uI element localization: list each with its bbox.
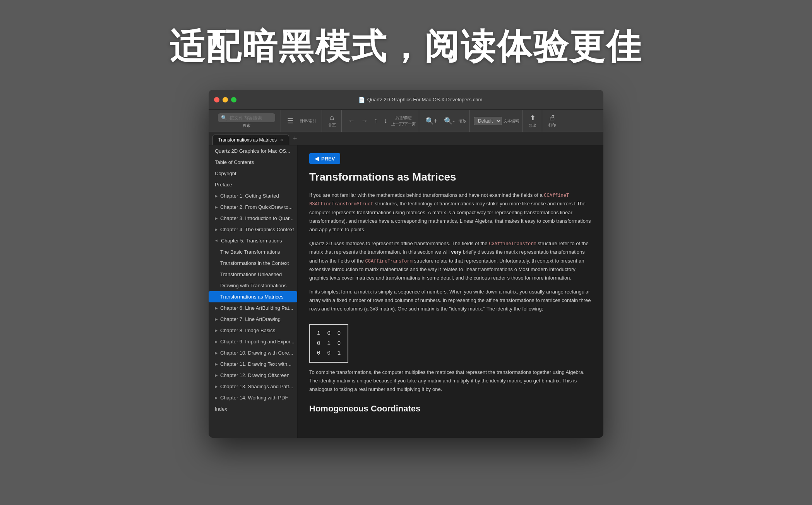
export-label: 导出 <box>529 123 536 128</box>
sidebar-item-ch5-matrices[interactable]: Transformations as Matrices <box>209 291 297 302</box>
back-button[interactable]: ← <box>346 115 357 126</box>
doc-para1: If you are not familiar with the mathema… <box>309 191 592 234</box>
doc-bold-very: very <box>451 249 461 255</box>
sidebar-item-ch6[interactable]: ▶ Chapter 6. Line ArtBuilding Pat... <box>209 302 297 314</box>
tab-label: Transformations as Matrices <box>218 137 277 143</box>
ch9-arrow: ▶ <box>215 340 218 344</box>
file-icon: 📄 <box>358 97 365 103</box>
sidebar-item-ch5-drawing[interactable]: Drawing with Transformations <box>209 280 297 291</box>
maximize-button[interactable] <box>231 97 236 102</box>
m10: 0 <box>317 339 320 348</box>
forward-button[interactable]: → <box>359 115 370 126</box>
minimize-button[interactable] <box>223 97 228 102</box>
traffic-lights <box>214 97 236 102</box>
toc-icon: ☰ <box>287 117 293 125</box>
sidebar-item-ch9[interactable]: ▶ Chapter 9. Importing and Expor... <box>209 336 297 347</box>
ch8-arrow: ▶ <box>215 328 218 333</box>
prev-button[interactable]: ◀ PREV <box>309 153 340 164</box>
main-content: Quartz 2D Graphics for Mac OS... Table o… <box>209 145 603 438</box>
hero-title: 适配暗黑模式，阅读体验更佳 <box>170 23 642 70</box>
app-window: 📄 Quartz.2D.Graphics.For.Mac.OS.X.Develo… <box>209 90 603 438</box>
print-group: 🖨 打印 <box>543 110 562 132</box>
sidebar-item-ch5[interactable]: ▼ Chapter 5. Transformations <box>209 235 297 246</box>
print-label: 打印 <box>548 123 556 128</box>
ch1-arrow: ▶ <box>215 194 218 198</box>
export-group: ⬆ 导出 <box>523 110 542 132</box>
down-button[interactable]: ↓ <box>382 115 390 126</box>
sidebar: Quartz 2D Graphics for Mac OS... Table o… <box>209 145 298 438</box>
search-group: 🔍 搜索 <box>212 110 281 132</box>
tab-close-icon[interactable]: ✕ <box>280 138 283 143</box>
sidebar-item-ch1[interactable]: ▶ Chapter 1. Getting Started <box>209 190 297 201</box>
hero-section: 适配暗黑模式，阅读体验更佳 <box>0 0 812 90</box>
zoom-in-button[interactable]: 🔍+ <box>423 115 440 127</box>
toc-group: ☰ 目录/索引 <box>282 110 322 132</box>
print-button[interactable]: 🖨 打印 <box>546 112 558 130</box>
zoom-group: 🔍+ 🔍- 缩放 <box>420 110 470 132</box>
sidebar-item-ch7[interactable]: ▶ Chapter 7. Line ArtDrawing <box>209 314 297 325</box>
updown-label: 上一页/下一页 <box>391 121 416 127</box>
doc-para4: To combine transformations, the computer… <box>309 368 592 394</box>
search-bar[interactable]: 🔍 <box>218 113 275 122</box>
search-toolbar-item[interactable]: 🔍 搜索 <box>216 112 278 130</box>
sidebar-item-preface[interactable]: Preface <box>209 179 297 190</box>
ch11-arrow: ▶ <box>215 362 218 366</box>
sidebar-item-ch8[interactable]: ▶ Chapter 8. Image Basics <box>209 325 297 336</box>
ch10-arrow: ▶ <box>215 351 218 355</box>
document-area[interactable]: ◀ PREV Transformations as Matrices If yo… <box>298 145 603 438</box>
sidebar-item-ch3[interactable]: ▶ Chapter 3. Introduction to Quar... <box>209 213 297 224</box>
document-title: Transformations as Matrices <box>309 171 592 183</box>
toc-label-item[interactable]: 目录/索引 <box>297 117 319 125</box>
code-nsaffinetransform: NSAffineTransformStruct <box>309 201 373 207</box>
doc-para3: In its simplest form, a matrix is simply… <box>309 288 592 313</box>
search-label: 搜索 <box>243 123 250 128</box>
tab-transformations[interactable]: Transformations as Matrices ✕ <box>212 135 289 145</box>
code-cgaffinetransform2: CGAffineTransform <box>365 259 413 264</box>
ch2-arrow: ▶ <box>215 205 218 209</box>
toc-button[interactable]: ☰ <box>285 115 296 127</box>
search-icon: 🔍 <box>221 115 227 121</box>
sidebar-item-copyright[interactable]: Copyright <box>209 168 297 179</box>
tabbar: Transformations as Matrices ✕ + <box>209 132 603 145</box>
m12: 0 <box>337 339 341 348</box>
matrix-display: 1 0 0 0 1 0 0 0 1 <box>309 324 348 363</box>
home-group: ⌂ 首页 <box>323 110 342 132</box>
home-button[interactable]: ⌂ 首页 <box>326 112 338 130</box>
search-input[interactable] <box>230 115 272 121</box>
zoom-out-button[interactable]: 🔍- <box>442 115 457 127</box>
up-button[interactable]: ↑ <box>372 115 380 126</box>
ch12-arrow: ▶ <box>215 373 218 377</box>
ch3-arrow: ▶ <box>215 216 218 220</box>
ch5-arrow: ▼ <box>214 239 219 243</box>
sidebar-item-ch4[interactable]: ▶ Chapter 4. The Graphics Context <box>209 224 297 235</box>
code-cgaffinetransform1: CGAffineTransform <box>489 241 536 247</box>
print-icon: 🖨 <box>549 114 556 122</box>
sidebar-item-ch10[interactable]: ▶ Chapter 10. Drawing with Core... <box>209 347 297 358</box>
matrix-row-2: 0 1 0 <box>317 339 341 348</box>
new-tab-button[interactable]: + <box>291 135 300 143</box>
sidebar-item-ch5-basic[interactable]: The Basic Transformations <box>209 246 297 258</box>
m02: 0 <box>337 329 341 338</box>
matrix-row-3: 0 0 1 <box>317 348 341 358</box>
sidebar-item-ch5-context[interactable]: Transformations in the Context <box>209 258 297 269</box>
ch13-arrow: ▶ <box>215 384 218 389</box>
encoding-select[interactable]: Default <box>474 117 502 125</box>
sidebar-item-ch2[interactable]: ▶ Chapter 2. From QuickDraw to... <box>209 201 297 213</box>
sidebar-item-ch12[interactable]: ▶ Chapter 12. Drawing Offscreen <box>209 370 297 381</box>
export-button[interactable]: ⬆ 导出 <box>526 112 539 130</box>
close-button[interactable] <box>214 97 219 102</box>
sidebar-item-ch5-unleashed[interactable]: Transformations Unleashed <box>209 269 297 280</box>
ch4-arrow: ▶ <box>215 227 218 232</box>
sidebar-item-ch13[interactable]: ▶ Chapter 13. Shadings and Patt... <box>209 381 297 392</box>
nav-group: ← → ↑ ↓ 后退/前进 上一页/下一页 <box>343 110 419 132</box>
sidebar-item-ch14[interactable]: ▶ Chapter 14. Working with PDF <box>209 392 297 403</box>
sidebar-item-toc[interactable]: Table of Contents <box>209 157 297 168</box>
sidebar-item-top-title[interactable]: Quartz 2D Graphics for Mac OS... <box>209 145 297 157</box>
encoding-group: Default 文本编码 <box>471 110 522 132</box>
m22: 1 <box>337 348 341 358</box>
prev-label: PREV <box>321 156 335 162</box>
sidebar-item-ch11[interactable]: ▶ Chapter 11. Drawing Text with... <box>209 358 297 370</box>
document-body: If you are not familiar with the mathema… <box>309 191 592 416</box>
sidebar-item-index[interactable]: Index <box>209 403 297 415</box>
titlebar: 📄 Quartz.2D.Graphics.For.Mac.OS.X.Develo… <box>209 90 603 110</box>
